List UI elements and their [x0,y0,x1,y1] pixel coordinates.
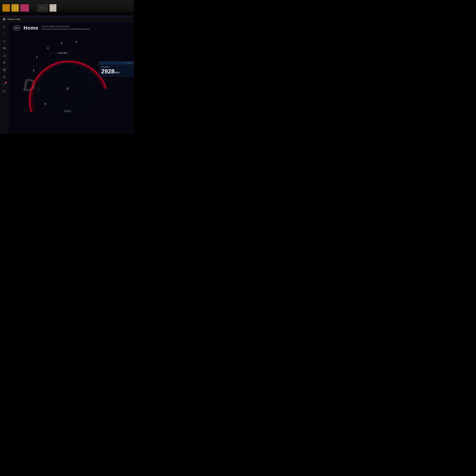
cpu-gauge-svg: CPU [9,33,134,130]
sidebar-item-aura[interactable] [1,60,7,66]
svg-rect-8 [5,69,6,70]
desktop-taskbar: STIGMA [0,0,134,16]
app-container: ROG Armoury Crate ☰ i ◎ ⌨ › [0,16,134,134]
svg-point-14 [3,76,4,77]
tag-icon [3,83,6,85]
triangle-icon [3,54,6,57]
svg-rect-7 [3,69,4,70]
svg-rect-10 [5,70,6,71]
desktop-icon-2[interactable] [11,4,19,12]
sidebar-item-info[interactable]: i [1,31,7,37]
title-bar: ROG Armoury Crate [0,16,134,22]
rog-title-icon: ROG [2,17,6,21]
svg-rect-18 [3,90,6,92]
notification-badge: N [5,82,7,83]
header-specs: - 13th Gen Intel(R) Core(TM) i9-13900H -… [41,25,90,31]
frequency-value: 2928 [101,68,115,75]
frequency-value-container: 2928MHz [101,68,132,74]
sidebar-item-menu[interactable]: ☰ [1,24,7,30]
sidebar: ☰ i ◎ ⌨ › [0,22,9,134]
frequency-unit: MHz [115,71,120,74]
aura-icon [3,61,6,64]
info-panel-body: Frequency 2928MHz [99,65,134,76]
svg-point-59 [43,64,92,113]
svg-point-17 [4,84,4,84]
main-content: ROG Home - 13th Gen Intel(R) Core(TM) i9… [9,22,134,134]
info-panel: R.0.6 / 2 Frequency 2928MHz [99,61,134,76]
spec-line-2: - NVIDIA GeForce RTX 4070 Laptop GPU GDD… [41,28,90,31]
frequency-label: Frequency [101,66,132,68]
svg-text:ROG: ROG [3,18,6,20]
svg-text:CPU: CPU [64,110,71,113]
app-title: Armoury Crate [7,18,20,20]
svg-text:ROG: ROG [15,27,18,29]
desktop-icon-paper[interactable] [50,4,56,12]
sidebar-item-notifications[interactable]: N [1,81,7,87]
spec-line-1: - 13th Gen Intel(R) Core(TM) i9-13900H [41,25,90,28]
display-icon [3,90,6,93]
desktop-icon-3[interactable] [20,4,29,12]
sidebar-item-display[interactable] [1,88,7,94]
desktop-icon-stigma[interactable]: STIGMA [37,4,48,12]
gauge-area: D 0 1 2 3 4 5 6 x 1000 MHz [9,33,134,130]
page-title: Home [24,25,38,31]
sidebar-item-performance[interactable] [1,52,7,58]
sidebar-item-settings[interactable]: ◎ [1,38,7,44]
rog-logo: ROG [12,25,21,31]
svg-marker-3 [3,54,6,56]
equalizer-icon [3,75,6,78]
sidebar-item-library[interactable] [1,67,7,73]
svg-point-15 [4,77,5,77]
library-icon [3,68,6,71]
sidebar-item-keyboard[interactable]: ⌨ › [1,45,7,51]
svg-point-16 [4,77,4,78]
info-panel-header: R.0.6 / 2 [99,62,134,65]
app-body: ☰ i ◎ ⌨ › [0,22,134,134]
svg-rect-9 [3,70,4,71]
sidebar-item-equalizer[interactable] [1,74,7,80]
app-header: ROG Home - 13th Gen Intel(R) Core(TM) i9… [9,22,134,33]
desktop-icon-1[interactable] [2,4,10,12]
